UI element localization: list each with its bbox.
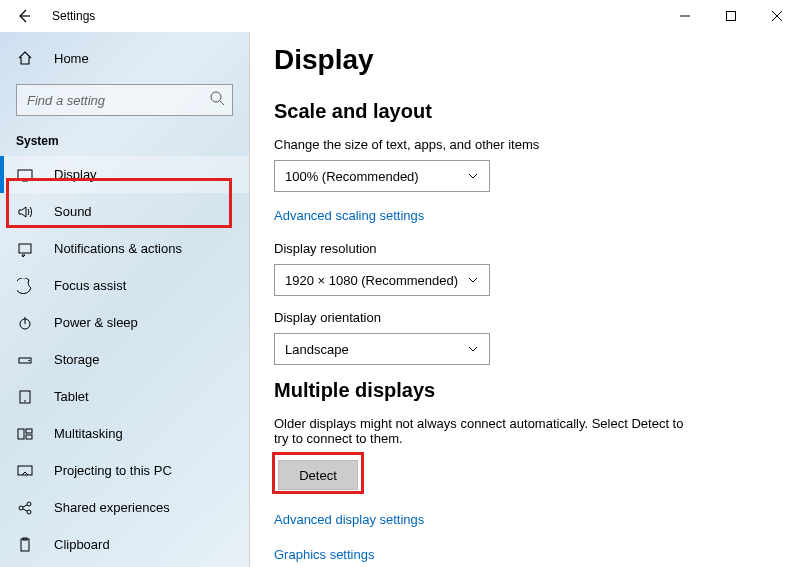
sound-icon	[16, 204, 34, 220]
detect-button[interactable]: Detect	[278, 460, 358, 490]
focus-assist-icon	[16, 278, 34, 294]
chevron-down-icon	[467, 343, 479, 355]
sidebar-item-projecting[interactable]: Projecting to this PC	[0, 452, 249, 489]
sidebar-item-focus-assist[interactable]: Focus assist	[0, 267, 249, 304]
maximize-button[interactable]	[708, 0, 754, 32]
svg-rect-19	[18, 466, 32, 475]
home-icon	[16, 50, 34, 66]
power-icon	[16, 315, 34, 331]
search-input[interactable]	[16, 84, 233, 116]
svg-line-24	[23, 509, 27, 511]
sidebar-item-power-sleep[interactable]: Power & sleep	[0, 304, 249, 341]
display-icon	[16, 167, 34, 183]
chevron-down-icon	[467, 170, 479, 182]
close-button[interactable]	[754, 0, 800, 32]
clipboard-icon	[16, 537, 34, 553]
svg-rect-7	[18, 170, 32, 179]
search-field[interactable]	[16, 84, 233, 116]
advanced-display-link[interactable]: Advanced display settings	[274, 512, 424, 527]
resolution-label: Display resolution	[274, 241, 776, 256]
svg-point-22	[27, 510, 31, 514]
sidebar-item-notifications[interactable]: Notifications & actions	[0, 230, 249, 267]
svg-rect-18	[26, 435, 32, 439]
svg-rect-17	[26, 429, 32, 433]
window-title: Settings	[52, 9, 95, 23]
resolution-combo[interactable]: 1920 × 1080 (Recommended)	[274, 264, 490, 296]
svg-point-21	[27, 502, 31, 506]
sidebar: Home System Display Sound	[0, 32, 250, 567]
tablet-icon	[16, 389, 34, 405]
multi-description: Older displays might not always connect …	[274, 416, 694, 446]
sidebar-home[interactable]: Home	[0, 40, 249, 76]
search-icon	[209, 90, 225, 106]
svg-point-20	[19, 506, 23, 510]
svg-point-13	[28, 359, 30, 361]
sidebar-item-shared-experiences[interactable]: Shared experiences	[0, 489, 249, 526]
sidebar-item-display[interactable]: Display	[0, 156, 249, 193]
scale-size-label: Change the size of text, apps, and other…	[274, 137, 776, 152]
sidebar-item-clipboard[interactable]: Clipboard	[0, 526, 249, 563]
svg-rect-25	[21, 539, 29, 551]
back-button[interactable]	[8, 0, 40, 32]
sidebar-item-sound[interactable]: Sound	[0, 193, 249, 230]
notifications-icon	[16, 241, 34, 257]
shared-icon	[16, 500, 34, 516]
orientation-label: Display orientation	[274, 310, 776, 325]
svg-line-23	[23, 505, 27, 507]
graphics-settings-link[interactable]: Graphics settings	[274, 547, 374, 562]
sidebar-item-multitasking[interactable]: Multitasking	[0, 415, 249, 452]
svg-rect-9	[19, 244, 31, 253]
sidebar-item-storage[interactable]: Storage	[0, 341, 249, 378]
svg-rect-16	[18, 429, 24, 439]
storage-icon	[16, 352, 34, 368]
sidebar-home-label: Home	[54, 51, 89, 66]
svg-point-5	[211, 92, 221, 102]
advanced-scaling-link[interactable]: Advanced scaling settings	[274, 208, 424, 223]
content-area: Display Scale and layout Change the size…	[250, 32, 800, 567]
sidebar-category: System	[0, 126, 249, 156]
scale-size-combo[interactable]: 100% (Recommended)	[274, 160, 490, 192]
svg-rect-2	[727, 12, 736, 21]
minimize-button[interactable]	[662, 0, 708, 32]
orientation-combo[interactable]: Landscape	[274, 333, 490, 365]
section-scale-heading: Scale and layout	[274, 100, 776, 123]
section-multi-heading: Multiple displays	[274, 379, 776, 402]
page-title: Display	[274, 44, 776, 76]
chevron-down-icon	[467, 274, 479, 286]
multitasking-icon	[16, 426, 34, 442]
sidebar-item-tablet[interactable]: Tablet	[0, 378, 249, 415]
projecting-icon	[16, 463, 34, 479]
svg-line-6	[220, 101, 224, 105]
